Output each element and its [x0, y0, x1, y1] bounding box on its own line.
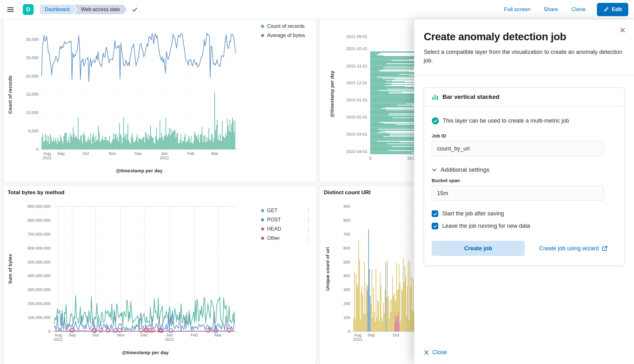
- external-link-icon: [602, 246, 608, 252]
- svg-text:2022-02-01: 2022-02-01: [346, 115, 368, 119]
- svg-text:@timestamp per day: @timestamp per day: [122, 350, 169, 355]
- job-id-label: Job ID: [432, 133, 617, 138]
- layer-card-body: This layer can be used to create a multi…: [424, 106, 624, 265]
- svg-text:Sep: Sep: [69, 333, 76, 337]
- svg-text:2021: 2021: [54, 337, 63, 342]
- svg-text:2022: 2022: [165, 337, 174, 342]
- legend-item-head[interactable]: HEAD⋮: [261, 226, 311, 232]
- chevron-down-icon: [432, 167, 437, 173]
- menu-hamburger-button[interactable]: [6, 5, 15, 14]
- svg-text:20,000: 20,000: [26, 74, 38, 79]
- records-and-bytes-chart[interactable]: 30,00025,00020,00015,00010,0005,0000Aug2…: [3, 15, 316, 182]
- compatibility-row: This layer can be used to create a multi…: [432, 117, 617, 125]
- layer-title: Bar vertical stacked: [442, 93, 500, 100]
- svg-text:Aug: Aug: [55, 333, 62, 337]
- flyout-close-x-button[interactable]: [619, 27, 626, 33]
- checkbox-label: Leave the job running for new data: [442, 223, 530, 229]
- svg-text:Aug: Aug: [43, 151, 51, 156]
- flyout-divider: [414, 75, 634, 75]
- svg-text:900,000,000: 900,000,000: [28, 204, 50, 209]
- close-icon: [424, 350, 429, 355]
- svg-text:500: 500: [343, 260, 350, 265]
- svg-text:Sep: Sep: [368, 333, 375, 337]
- svg-text:2021-12-01: 2021-12-01: [346, 80, 368, 85]
- svg-text:5,000: 5,000: [28, 129, 39, 133]
- svg-text:800: 800: [343, 218, 350, 223]
- bucket-span-input[interactable]: [432, 186, 604, 201]
- svg-text:2021: 2021: [42, 156, 52, 160]
- panel-total-bytes-by-method: Total bytes by method 900,000,000800,000…: [3, 185, 317, 364]
- bar-chart-icon: [432, 93, 439, 100]
- svg-text:Jan: Jan: [166, 333, 173, 337]
- bytes-chart-legend: GET⋮POST⋮HEAD⋮Other⋮: [261, 208, 311, 241]
- checkbox-leave-job-running[interactable]: Leave the job running for new data: [432, 223, 617, 229]
- svg-text:@timestamp per day: @timestamp per day: [329, 71, 335, 118]
- svg-text:2021-10-01: 2021-10-01: [346, 46, 368, 51]
- flyout-description: Select a compatible layer from the visua…: [424, 48, 624, 65]
- svg-text:100: 100: [343, 315, 350, 320]
- edit-button[interactable]: Edit: [597, 3, 628, 16]
- flyout-close-label: Close: [432, 349, 447, 356]
- bucket-span-label: Bucket span: [432, 178, 617, 183]
- legend-item-get[interactable]: GET⋮: [261, 208, 311, 214]
- legend-item-other[interactable]: Other⋮: [261, 235, 311, 241]
- svg-text:10,000: 10,000: [26, 110, 38, 115]
- legend-dot: [261, 34, 264, 37]
- svg-text:Feb: Feb: [191, 333, 198, 337]
- top-navigation-bar: D Dashboard Web access data Full screen …: [0, 0, 634, 19]
- svg-text:2022-03-01: 2022-03-01: [346, 132, 368, 137]
- checkbox-checked-icon[interactable]: [432, 210, 438, 217]
- job-id-input[interactable]: [432, 141, 604, 156]
- breadcrumb-current-page[interactable]: Web access data: [74, 5, 127, 14]
- svg-text:200: 200: [343, 301, 350, 306]
- dashboard-avatar: D: [23, 4, 34, 15]
- layer-card: Bar vertical stacked This layer can be u…: [424, 87, 624, 266]
- svg-text:Unique count of uri: Unique count of uri: [325, 247, 330, 291]
- pencil-icon: [603, 7, 609, 12]
- svg-text:Feb: Feb: [187, 151, 194, 156]
- legend-label: Other: [267, 235, 280, 241]
- create-job-button[interactable]: Create job: [432, 241, 525, 256]
- svg-text:25,000: 25,000: [26, 55, 38, 60]
- checkbox-checked-icon[interactable]: [432, 223, 438, 229]
- checkbox-start-job-after-saving[interactable]: Start the job after saving: [432, 210, 617, 217]
- legend-item-post[interactable]: POST⋮: [261, 217, 311, 223]
- svg-text:2022: 2022: [160, 156, 169, 160]
- legend-actions-icon[interactable]: ⋮: [306, 227, 311, 232]
- svg-text:Oct: Oct: [393, 333, 399, 337]
- legend-label: GET: [267, 208, 278, 214]
- svg-text:400: 400: [343, 273, 350, 278]
- breadcrumb-dashboard[interactable]: Dashboard: [40, 5, 76, 14]
- additional-settings-label: Additional settings: [441, 166, 489, 173]
- layer-card-header: Bar vertical stacked: [424, 88, 624, 106]
- svg-text:Nov: Nov: [109, 151, 116, 156]
- panel-title: Total bytes by method: [8, 189, 64, 196]
- legend-actions-icon[interactable]: ⋮: [306, 236, 311, 241]
- panel-records-and-bytes: 30,00025,00020,00015,00010,0005,0000Aug2…: [3, 14, 317, 182]
- svg-text:2022-01-01: 2022-01-01: [346, 98, 368, 102]
- breadcrumb: Dashboard Web access data: [40, 5, 127, 14]
- svg-text:2021: 2021: [353, 337, 363, 342]
- svg-text:300: 300: [343, 287, 350, 292]
- svg-text:Dec: Dec: [134, 151, 142, 156]
- hamburger-icon: [6, 5, 15, 14]
- additional-settings-accordion[interactable]: Additional settings: [432, 166, 489, 174]
- legend-dot: [261, 237, 264, 240]
- legend-actions-icon[interactable]: ⋮: [306, 217, 311, 223]
- svg-text:15,000: 15,000: [26, 92, 38, 97]
- svg-text:400,000,000: 400,000,000: [28, 273, 50, 278]
- create-job-wizard-link[interactable]: Create job using wizard: [539, 245, 608, 252]
- legend-item-average-of-bytes[interactable]: Average of bytes: [261, 33, 305, 38]
- flyout-close-button[interactable]: Close: [424, 349, 447, 356]
- legend-label: Average of bytes: [267, 33, 305, 38]
- svg-text:500,000,000: 500,000,000: [28, 260, 50, 265]
- legend-actions-icon[interactable]: ⋮: [306, 208, 311, 214]
- full-screen-link[interactable]: Full screen: [504, 6, 530, 13]
- clone-link[interactable]: Clone: [571, 6, 585, 13]
- share-link[interactable]: Share: [544, 6, 558, 13]
- svg-text:700,000,000: 700,000,000: [28, 232, 50, 237]
- legend-item-count-of-records[interactable]: Count of records: [261, 23, 305, 29]
- svg-text:Sep: Sep: [57, 151, 65, 156]
- legend-label: POST: [267, 217, 281, 223]
- svg-text:800,000,000: 800,000,000: [28, 218, 50, 223]
